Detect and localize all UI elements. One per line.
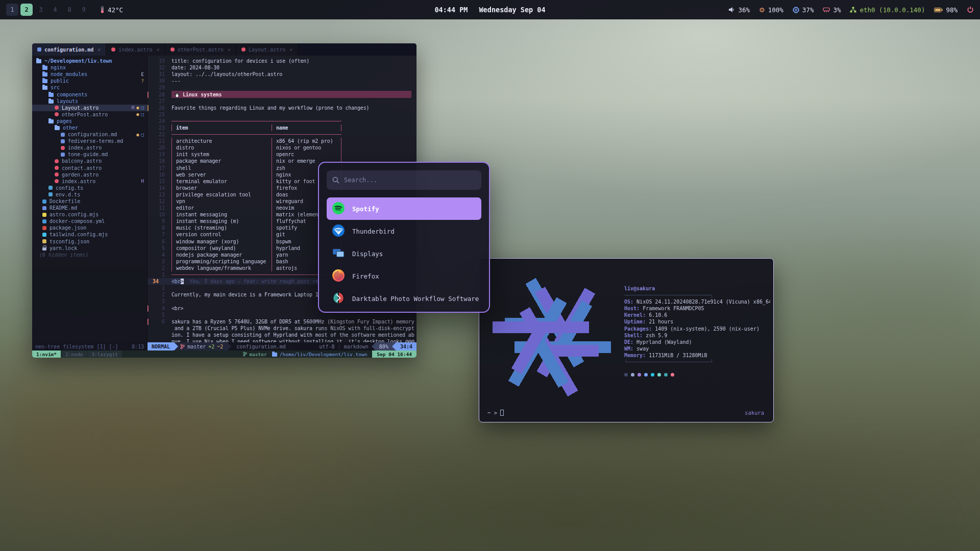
table-cell-name: nixos or gentoo: [272, 144, 341, 151]
json-icon: [42, 239, 46, 243]
tree-item-label: README.md: [50, 205, 77, 211]
tree-item-fediverse-terms.md[interactable]: fediverse-terms.md: [32, 138, 147, 144]
tree-item-tone-guide.md[interactable]: tone-guide.md: [32, 151, 147, 158]
tree-item-Layout.astro[interactable]: Layout.astroH●□: [32, 105, 147, 111]
tree-item-Dockerfile[interactable]: Dockerfile: [32, 198, 147, 205]
tree-item-public[interactable]: public?: [32, 78, 147, 84]
tree-item-nginx[interactable]: nginx: [32, 64, 147, 71]
launcher-item-Firefox[interactable]: Firefox: [327, 265, 481, 287]
tab-configuration.md[interactable]: configuration.md×: [32, 43, 106, 56]
line-number: 11: [152, 205, 165, 211]
tree-item-docker-compose.yml[interactable]: docker-compose.yml: [32, 218, 147, 224]
shell-prompt[interactable]: ~ >: [487, 410, 504, 416]
tree-item-package.json[interactable]: package.json: [32, 224, 147, 231]
line-text: [172, 118, 416, 124]
tmux-window-2:node[interactable]: 2:node: [61, 350, 87, 358]
tmux-window-3:lazygit[interactable]: 3:lazygit: [87, 350, 121, 358]
power-button[interactable]: [967, 6, 974, 13]
workspace-button-3[interactable]: 3: [35, 4, 47, 16]
table-cell-item: terminal emulator: [172, 178, 272, 185]
tmux-window-1:nvim*[interactable]: 1:nvim*: [32, 350, 61, 358]
tree-item-yarn.lock[interactable]: yarn.lock: [32, 245, 147, 252]
line-number: 17: [152, 165, 165, 171]
buffer-line: and a 2TB (Crucial P5 Plus) NVMe drive. …: [148, 325, 416, 332]
tree-item-README.md[interactable]: README.md: [32, 205, 147, 211]
tab-close-icon[interactable]: ×: [289, 47, 292, 53]
fetch-terminal-window[interactable]: liv@sakura ────────────────────────────┐…: [479, 258, 774, 422]
workspace-button-1[interactable]: 1: [6, 4, 18, 16]
line-number: 18: [152, 158, 165, 164]
line-number: 1: [152, 272, 165, 278]
tab-Layout.astro[interactable]: Layout.astro×: [236, 43, 298, 56]
fetch-entry-label: Host: [624, 306, 636, 311]
tab-index.astro[interactable]: index.astro×: [106, 43, 165, 56]
badge-glyph: □: [141, 112, 144, 117]
git-branch-icon: [243, 352, 247, 357]
terminal-title: sakura: [745, 410, 764, 416]
tree-item-config.ts[interactable]: config.ts: [32, 185, 147, 191]
line-number: 5: [152, 312, 165, 318]
workspace-button-2[interactable]: 2: [20, 4, 33, 16]
line-number: 26: [152, 105, 165, 111]
tree-item-balcony.astro[interactable]: balcony.astro: [32, 158, 147, 164]
md-icon: [61, 153, 65, 157]
tree-item-otherPost.astro[interactable]: otherPost.astro●□: [32, 111, 147, 118]
cpu-value: 37%: [802, 6, 814, 14]
table-row: window manager (xorg)bspwm: [172, 238, 341, 245]
tree-item-tailwind.config.mjs[interactable]: tailwind.config.mjs: [32, 231, 147, 238]
palette-dot-5: [657, 373, 661, 377]
tab-close-icon[interactable]: ×: [157, 47, 160, 53]
tree-item-other[interactable]: other: [32, 124, 147, 131]
tab-close-icon[interactable]: ×: [97, 47, 101, 53]
br-token: <br: [172, 279, 181, 284]
tree-item-tsconfig.json[interactable]: tsconfig.json: [32, 238, 147, 245]
table-row: browserfirefox: [172, 185, 341, 191]
tree-item-pages[interactable]: pages: [32, 118, 147, 124]
tree-item-node_modules[interactable]: node_modulesE: [32, 71, 147, 78]
tree-item-garden.astro[interactable]: garden.astro: [32, 171, 147, 178]
tree-item-configuration.md[interactable]: configuration.md●□: [32, 131, 147, 138]
workspace-button-4[interactable]: 4: [49, 4, 61, 16]
tree-root[interactable]: ~/Development/liv.town: [32, 58, 147, 64]
tree-item-index.astro[interactable]: index.astroH: [32, 178, 147, 185]
tree-item-components[interactable]: components: [32, 91, 147, 97]
line-number: 6: [152, 239, 165, 244]
line-number: 13: [152, 192, 165, 197]
launcher-item-Darktable Photo Workflow Software[interactable]: Darktable Photo Workflow Software: [327, 287, 481, 310]
tree-item-contact.astro[interactable]: contact.astro: [32, 165, 147, 171]
tab-label: Layout.astro: [249, 47, 285, 53]
scroll-progress: 80%: [376, 342, 392, 350]
table-row: vpnwireguard: [172, 198, 341, 205]
workspace-button-9[interactable]: 9: [78, 4, 90, 16]
buffer-text: title: configuration for devices i use (…: [172, 58, 309, 64]
powerline-separator: [227, 342, 231, 350]
mode-indicator: NORMAL: [148, 342, 174, 350]
fetch-entry-Shell: Shell: zsh 5.9: [624, 332, 770, 339]
file-tree[interactable]: ~/Development/liv.townnginxnode_modulesE…: [32, 56, 148, 342]
tree-item-label: tone-guide.md: [68, 152, 108, 157]
table-row: music (streaming)spotify: [172, 224, 341, 231]
buffer-text: sakura has a Ryzen 5 7640U, 32GB of DDR5…: [172, 319, 414, 324]
tree-item-src[interactable]: src: [32, 84, 147, 91]
launcher-item-Thunderbird[interactable]: Thunderbird: [327, 220, 481, 242]
line-number: 5: [152, 245, 165, 251]
workspace-button-8[interactable]: 8: [63, 4, 76, 16]
cpu-chip-icon: [793, 7, 799, 13]
tree-item-astro.config.mjs[interactable]: astro.config.mjs: [32, 211, 147, 218]
tree-item-env.d.ts[interactable]: env.d.ts: [32, 191, 147, 198]
tree-item-label: public: [51, 78, 69, 84]
fetch-entry-value: Hyprland (Wayland): [636, 339, 692, 345]
launcher-item-label: Displays: [352, 250, 383, 258]
tmux-path-segment: /home/liv/Development/liv.town: [272, 350, 368, 358]
launcher-item-Displays[interactable]: Displays: [327, 242, 481, 265]
tab-otherPost.astro[interactable]: otherPost.astro×: [165, 43, 236, 56]
tree-item-layouts[interactable]: layouts: [32, 98, 147, 105]
fetch-entry-WM: WM: sway: [624, 345, 770, 352]
temperature-value: 42°C: [108, 6, 123, 14]
orange-sign: ▎: [148, 105, 152, 111]
tree-item-index.astro[interactable]: index.astro: [32, 144, 147, 151]
search-input[interactable]: [327, 170, 481, 190]
launcher-item-Spotify[interactable]: Spotify: [327, 197, 481, 220]
fetch-entry-colon: :: [640, 333, 646, 338]
tab-close-icon[interactable]: ×: [228, 47, 231, 53]
